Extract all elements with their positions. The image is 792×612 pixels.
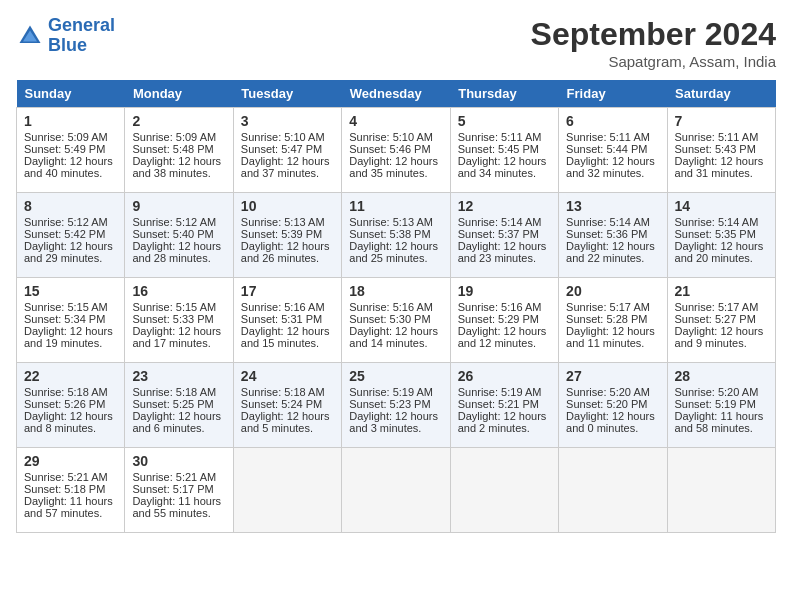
calendar-cell: 25 Sunrise: 5:19 AM Sunset: 5:23 PM Dayl… (342, 363, 450, 448)
day-number: 5 (458, 113, 551, 129)
calendar-cell: 21 Sunrise: 5:17 AM Sunset: 5:27 PM Dayl… (667, 278, 775, 363)
week-row-2: 8 Sunrise: 5:12 AM Sunset: 5:42 PM Dayli… (17, 193, 776, 278)
daylight-label: Daylight: 12 hours and 31 minutes. (675, 155, 764, 179)
daylight-label: Daylight: 12 hours and 40 minutes. (24, 155, 113, 179)
day-number: 18 (349, 283, 442, 299)
sunset-label: Sunset: 5:20 PM (566, 398, 647, 410)
sunset-label: Sunset: 5:21 PM (458, 398, 539, 410)
sunset-label: Sunset: 5:39 PM (241, 228, 322, 240)
day-header-sunday: Sunday (17, 80, 125, 108)
day-number: 6 (566, 113, 659, 129)
calendar-cell: 18 Sunrise: 5:16 AM Sunset: 5:30 PM Dayl… (342, 278, 450, 363)
daylight-label: Daylight: 12 hours and 25 minutes. (349, 240, 438, 264)
daylight-label: Daylight: 12 hours and 11 minutes. (566, 325, 655, 349)
calendar-cell: 8 Sunrise: 5:12 AM Sunset: 5:42 PM Dayli… (17, 193, 125, 278)
calendar-cell (342, 448, 450, 533)
sunset-label: Sunset: 5:47 PM (241, 143, 322, 155)
sunrise-label: Sunrise: 5:19 AM (458, 386, 542, 398)
day-number: 10 (241, 198, 334, 214)
sunset-label: Sunset: 5:33 PM (132, 313, 213, 325)
day-number: 4 (349, 113, 442, 129)
calendar-table: SundayMondayTuesdayWednesdayThursdayFrid… (16, 80, 776, 533)
day-header-wednesday: Wednesday (342, 80, 450, 108)
daylight-label: Daylight: 11 hours and 55 minutes. (132, 495, 221, 519)
day-number: 27 (566, 368, 659, 384)
sunset-label: Sunset: 5:40 PM (132, 228, 213, 240)
sunrise-label: Sunrise: 5:21 AM (24, 471, 108, 483)
day-number: 7 (675, 113, 768, 129)
day-number: 15 (24, 283, 117, 299)
calendar-cell: 5 Sunrise: 5:11 AM Sunset: 5:45 PM Dayli… (450, 108, 558, 193)
sunset-label: Sunset: 5:18 PM (24, 483, 105, 495)
daylight-label: Daylight: 12 hours and 32 minutes. (566, 155, 655, 179)
calendar-cell: 10 Sunrise: 5:13 AM Sunset: 5:39 PM Dayl… (233, 193, 341, 278)
calendar-cell: 16 Sunrise: 5:15 AM Sunset: 5:33 PM Dayl… (125, 278, 233, 363)
calendar-cell: 23 Sunrise: 5:18 AM Sunset: 5:25 PM Dayl… (125, 363, 233, 448)
sunrise-label: Sunrise: 5:12 AM (24, 216, 108, 228)
sunset-label: Sunset: 5:28 PM (566, 313, 647, 325)
sunrise-label: Sunrise: 5:18 AM (241, 386, 325, 398)
daylight-label: Daylight: 12 hours and 37 minutes. (241, 155, 330, 179)
sunrise-label: Sunrise: 5:11 AM (566, 131, 650, 143)
calendar-cell: 29 Sunrise: 5:21 AM Sunset: 5:18 PM Dayl… (17, 448, 125, 533)
calendar-cell: 14 Sunrise: 5:14 AM Sunset: 5:35 PM Dayl… (667, 193, 775, 278)
daylight-label: Daylight: 12 hours and 9 minutes. (675, 325, 764, 349)
page-header: General Blue September 2024 Sapatgram, A… (16, 16, 776, 70)
day-number: 13 (566, 198, 659, 214)
day-number: 3 (241, 113, 334, 129)
sunrise-label: Sunrise: 5:14 AM (566, 216, 650, 228)
daylight-label: Daylight: 12 hours and 8 minutes. (24, 410, 113, 434)
daylight-label: Daylight: 12 hours and 6 minutes. (132, 410, 221, 434)
day-number: 1 (24, 113, 117, 129)
sunrise-label: Sunrise: 5:16 AM (458, 301, 542, 313)
sunrise-label: Sunrise: 5:20 AM (566, 386, 650, 398)
daylight-label: Daylight: 12 hours and 22 minutes. (566, 240, 655, 264)
calendar-cell: 7 Sunrise: 5:11 AM Sunset: 5:43 PM Dayli… (667, 108, 775, 193)
sunrise-label: Sunrise: 5:16 AM (241, 301, 325, 313)
sunset-label: Sunset: 5:25 PM (132, 398, 213, 410)
sunrise-label: Sunrise: 5:12 AM (132, 216, 216, 228)
daylight-label: Daylight: 12 hours and 29 minutes. (24, 240, 113, 264)
sunrise-label: Sunrise: 5:14 AM (458, 216, 542, 228)
calendar-cell: 20 Sunrise: 5:17 AM Sunset: 5:28 PM Dayl… (559, 278, 667, 363)
calendar-cell: 15 Sunrise: 5:15 AM Sunset: 5:34 PM Dayl… (17, 278, 125, 363)
calendar-cell: 4 Sunrise: 5:10 AM Sunset: 5:46 PM Dayli… (342, 108, 450, 193)
calendar-cell: 22 Sunrise: 5:18 AM Sunset: 5:26 PM Dayl… (17, 363, 125, 448)
sunset-label: Sunset: 5:19 PM (675, 398, 756, 410)
daylight-label: Daylight: 12 hours and 2 minutes. (458, 410, 547, 434)
daylight-label: Daylight: 12 hours and 38 minutes. (132, 155, 221, 179)
day-header-tuesday: Tuesday (233, 80, 341, 108)
sunrise-label: Sunrise: 5:09 AM (24, 131, 108, 143)
sunrise-label: Sunrise: 5:13 AM (349, 216, 433, 228)
calendar-cell: 6 Sunrise: 5:11 AM Sunset: 5:44 PM Dayli… (559, 108, 667, 193)
sunset-label: Sunset: 5:27 PM (675, 313, 756, 325)
daylight-label: Daylight: 12 hours and 0 minutes. (566, 410, 655, 434)
sunrise-label: Sunrise: 5:15 AM (132, 301, 216, 313)
calendar-cell (450, 448, 558, 533)
day-number: 8 (24, 198, 117, 214)
sunset-label: Sunset: 5:48 PM (132, 143, 213, 155)
day-number: 21 (675, 283, 768, 299)
sunset-label: Sunset: 5:17 PM (132, 483, 213, 495)
daylight-label: Daylight: 12 hours and 23 minutes. (458, 240, 547, 264)
daylight-label: Daylight: 12 hours and 15 minutes. (241, 325, 330, 349)
sunset-label: Sunset: 5:31 PM (241, 313, 322, 325)
sunrise-label: Sunrise: 5:11 AM (458, 131, 542, 143)
week-row-4: 22 Sunrise: 5:18 AM Sunset: 5:26 PM Dayl… (17, 363, 776, 448)
day-number: 2 (132, 113, 225, 129)
day-number: 19 (458, 283, 551, 299)
day-number: 16 (132, 283, 225, 299)
sunset-label: Sunset: 5:30 PM (349, 313, 430, 325)
sunrise-label: Sunrise: 5:11 AM (675, 131, 759, 143)
sunrise-label: Sunrise: 5:17 AM (566, 301, 650, 313)
sunrise-label: Sunrise: 5:10 AM (349, 131, 433, 143)
day-number: 29 (24, 453, 117, 469)
sunset-label: Sunset: 5:45 PM (458, 143, 539, 155)
day-header-friday: Friday (559, 80, 667, 108)
sunrise-label: Sunrise: 5:17 AM (675, 301, 759, 313)
daylight-label: Daylight: 11 hours and 57 minutes. (24, 495, 113, 519)
calendar-cell (667, 448, 775, 533)
sunset-label: Sunset: 5:26 PM (24, 398, 105, 410)
title-area: September 2024 Sapatgram, Assam, India (531, 16, 776, 70)
sunset-label: Sunset: 5:42 PM (24, 228, 105, 240)
